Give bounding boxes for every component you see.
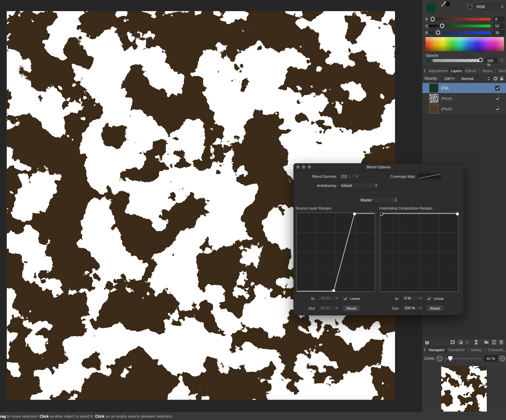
underlying-ranges-graph[interactable] [380,213,459,292]
blue-slider-thumb[interactable] [436,30,440,35]
zoom-slider[interactable] [445,358,482,359]
tab-channels[interactable]: Channels [486,347,505,353]
stock-icon[interactable] [473,339,479,345]
in-label: In: [380,297,399,301]
layer-thumbnail[interactable] [429,83,439,93]
source-ranges-section: Source Layer Ranges In: 74 % [297,206,375,312]
layers-stack-icon[interactable] [424,339,430,345]
layer-row-pixel-1[interactable]: (Pixel) [422,93,506,104]
green-slider[interactable] [429,25,491,27]
underlying-linear-checkbox[interactable] [426,296,431,301]
layer-row-pixel-2[interactable]: (Pixel) [422,104,506,114]
navigator-tabs: Navigator Transform History Channels [422,346,506,353]
zoom-out-button[interactable] [437,356,443,362]
blend-gamma-select[interactable]: 2.2 [339,173,360,179]
channel-select[interactable]: Master [358,197,398,203]
blue-value-field[interactable]: 35 [493,30,505,35]
green-value-field[interactable]: 52 [493,23,505,29]
source-out-select[interactable]: 52 % [318,305,339,311]
blend-mode-select[interactable]: Normal [459,76,491,82]
tab-effects[interactable]: Effects [463,68,479,74]
tab-styles[interactable]: Styles [481,68,496,74]
opacity-slider-thumb[interactable] [478,58,483,62]
tab-history[interactable]: History [469,347,485,353]
underlying-out-value: 100 % [404,306,419,310]
current-color-swatch[interactable] [425,2,437,14]
tab-navigator[interactable]: Navigator [427,347,446,353]
zoom-slider-thumb[interactable] [448,356,452,361]
underlying-in-row: In: 0 % Linear [380,296,459,302]
opacity-dropdown-button[interactable] [499,58,505,63]
layers-opacity-value: 100 % [444,77,453,81]
source-in-value: 74 % [321,296,336,300]
source-in-select[interactable]: 74 % [318,296,339,301]
underlying-reset-button[interactable]: Reset [426,305,444,311]
opacity-slider[interactable] [432,59,482,62]
red-slider-thumb[interactable] [430,17,435,21]
pattern-icon[interactable] [490,339,497,345]
layer-lock-button[interactable] [500,76,504,81]
green-slider-thumb[interactable] [440,24,444,28]
panel-drag-handle[interactable] [424,69,425,73]
svg-text:fx: fx [466,340,469,344]
secondary-color-swatch[interactable] [445,2,450,6]
underlying-out-row: Out: 100 % Reset [380,305,459,312]
studio-tabs: Adjustment Layers Effects Styles Stock [422,67,506,74]
layer-thumbnail[interactable] [429,94,439,103]
blue-slider[interactable] [429,31,491,34]
stepper-icon [501,4,503,9]
layer-visibility-checkbox[interactable] [495,86,500,91]
blend-mode-value: Normal [461,77,487,81]
navigator-thumbnail[interactable] [441,366,487,412]
curve-node-selected[interactable] [380,213,383,216]
color-lock-button[interactable] [467,4,473,10]
zoom-value-field[interactable]: 41 % [484,355,498,362]
in-label: In: [297,297,315,301]
coverage-map-graph[interactable] [417,173,442,180]
source-reset-button[interactable]: Reset [343,305,360,311]
layer-thumbnail[interactable] [429,104,439,114]
layers-opacity-select[interactable]: 100 % [442,76,457,82]
red-slider[interactable] [429,18,491,21]
blend-gamma-label: Blend Gamma: [294,174,337,178]
fx-icon[interactable]: fx [465,339,472,345]
adjustment-icon[interactable] [457,339,464,345]
channel-label: G [425,24,428,28]
hue-picker[interactable] [425,37,504,51]
folder-icon[interactable] [483,339,490,345]
blend-gamma-value: 2.2 [341,174,356,178]
channel-label: B [425,31,428,35]
tab-adjustment[interactable]: Adjustment [427,68,449,74]
status-text-segment: Click [39,414,49,418]
layer-visibility-checkbox[interactable] [495,96,500,101]
tab-layers[interactable]: Layers [449,68,463,74]
source-ranges-graph[interactable] [297,213,375,292]
underlying-out-select[interactable]: 100 % [402,305,423,311]
blend-gamma-row: Blend Gamma: 2.2 Coverage Map: [294,173,464,179]
tab-transform[interactable]: Transform [446,347,468,353]
source-in-row: In: 74 % Linear [297,296,375,302]
zoom-in-button[interactable] [499,356,505,362]
layer-row-fill[interactable]: (Fill) [422,83,506,93]
blend-options-gear-button[interactable] [493,76,498,82]
zoom-label: Zoom: [424,356,435,360]
linear-label: Linear [350,297,360,301]
panel-drag-handle[interactable] [424,348,425,352]
layer-name: (Pixel) [441,96,452,101]
check-icon [344,297,347,300]
layer-visibility-checkbox[interactable] [495,107,500,112]
lock-icon [468,5,472,9]
antialiasing-label: Antialiasing: [294,184,337,188]
tab-stock[interactable]: Stock [496,68,506,74]
trash-icon[interactable] [498,339,505,345]
status-bar: rag to move selection. Click another obj… [0,412,506,420]
color-mode-select[interactable]: RGB [474,4,505,10]
antialiasing-select[interactable]: Inherit [339,183,379,188]
mask-icon[interactable] [449,339,456,345]
red-value-field[interactable]: 8 [493,17,505,22]
opacity-value-field[interactable]: 100 % [485,58,498,63]
dialog-titlebar[interactable]: Blend Options [294,164,463,171]
underlying-in-select[interactable]: 0 % [402,296,423,301]
gear-icon [493,76,498,81]
source-linear-checkbox[interactable] [343,296,348,301]
